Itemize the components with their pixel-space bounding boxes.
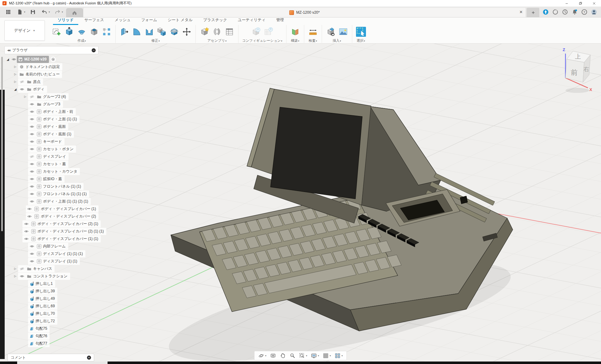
notifications-button[interactable]	[571, 9, 578, 15]
ribbon-tab-フォーム[interactable]: フォーム	[137, 17, 162, 25]
tree-row[interactable]: フロントパネル (1) (1) (1)	[4, 190, 99, 198]
grid-settings-button[interactable]: ▾	[322, 352, 332, 359]
viewport-3d[interactable]: ◀◀ ブラウザ − ◢MZ-1200 v20▷ドキュメントの設定▷名前の付いたビ…	[0, 44, 601, 364]
eye-icon[interactable]	[29, 169, 35, 174]
tree-row[interactable]: 押し出し69	[4, 302, 99, 310]
tree-row[interactable]: フロントパネル (1) (1)	[4, 183, 99, 190]
eye-icon[interactable]	[29, 192, 35, 196]
eye-icon[interactable]	[23, 222, 29, 226]
group-dropdown-コンフィギュレーション[interactable]: コンフィギュレーション▾	[242, 38, 282, 43]
add-comment-icon[interactable]: +	[87, 356, 91, 360]
eye-icon[interactable]	[19, 274, 25, 279]
tree-row[interactable]: ◢ボディ	[4, 85, 99, 93]
expand-arrow-icon[interactable]: ▷	[12, 73, 18, 76]
ribbon-tab-ユーティリティ[interactable]: ユーティリティ	[233, 17, 270, 25]
save-button[interactable]	[28, 8, 38, 16]
collapse-arrow-icon[interactable]: ◢	[12, 88, 18, 91]
eye-icon[interactable]	[29, 139, 35, 144]
group-dropdown-検査[interactable]: 検査▾	[309, 38, 317, 43]
tree-row[interactable]: ▷キャンバス	[4, 265, 99, 272]
tree-row[interactable]: ボディ・底面 (1)	[4, 130, 99, 138]
tree-row[interactable]: ボディ・底面	[4, 123, 99, 130]
browser-scrollbar[interactable]	[1, 57, 3, 231]
tree-row[interactable]: ▷原点	[4, 78, 99, 85]
configuration-button[interactable]	[251, 27, 261, 37]
tree-row[interactable]: ボディ・上面・前	[4, 108, 99, 115]
viewports-button[interactable]: ▾	[334, 352, 344, 359]
viewcube-right-label[interactable]: 右	[584, 66, 589, 72]
eye-icon[interactable]	[23, 229, 29, 234]
viewcube-top-label[interactable]: 上	[575, 53, 581, 60]
ribbon-tab-ソリッド[interactable]: ソリッド	[53, 17, 78, 25]
revolve-button[interactable]	[77, 27, 87, 37]
tree-row[interactable]: キーボード	[4, 138, 99, 145]
new-component-button[interactable]	[200, 27, 209, 37]
activate-component-radio[interactable]	[50, 57, 56, 62]
comment-bar[interactable]: コメント +	[7, 354, 94, 362]
zoom-button[interactable]: ±	[288, 352, 296, 359]
eye-icon[interactable]	[29, 132, 35, 136]
pan-button[interactable]	[278, 352, 287, 359]
hole-button[interactable]	[89, 27, 99, 37]
tree-row[interactable]: ▷コンストラクション	[4, 272, 99, 280]
workspace-selector[interactable]: デザイン ▼	[4, 20, 45, 41]
move-copy-button[interactable]	[182, 27, 192, 37]
eye-icon[interactable]	[26, 207, 33, 211]
expand-arrow-icon[interactable]: ▷	[12, 80, 18, 83]
combine-button[interactable]	[157, 27, 167, 37]
redo-button[interactable]: ▾	[52, 8, 64, 16]
expand-arrow-icon[interactable]: ▷	[12, 267, 18, 270]
eye-icon[interactable]	[26, 214, 33, 219]
eye-icon[interactable]	[29, 162, 35, 166]
measure-button[interactable]	[308, 27, 318, 37]
panel-collapse-icon[interactable]: ◀◀	[7, 49, 10, 52]
ribbon-tab-プラスチック[interactable]: プラスチック	[199, 17, 232, 25]
tree-row[interactable]: ボディ・上面 (1) (1) (2) (1)	[4, 198, 99, 205]
eye-icon[interactable]	[23, 237, 29, 241]
joint-button[interactable]	[212, 27, 222, 37]
document-tab[interactable]: MZ-1200 v20* ✕	[83, 8, 526, 17]
tree-row[interactable]: ▷グループ2 (4)	[4, 93, 99, 100]
eye-off-icon[interactable]	[29, 154, 35, 159]
group-dropdown-作成[interactable]: 作成▾	[77, 38, 86, 43]
ribbon-tab-サーフェス[interactable]: サーフェス	[79, 17, 109, 25]
history-button[interactable]	[562, 9, 568, 15]
eye-icon[interactable]	[29, 184, 35, 189]
tree-row[interactable]: ▷名前の付いたビュー	[4, 70, 99, 78]
expand-arrow-icon[interactable]: ▷	[12, 275, 18, 278]
tree-row[interactable]: ボディ・上面 (1) (1)	[4, 115, 99, 123]
split-body-button[interactable]	[169, 27, 179, 37]
eye-off-icon[interactable]	[29, 94, 35, 99]
configuration-table-button[interactable]	[263, 27, 273, 37]
tree-row[interactable]: 押し出し49	[4, 295, 99, 302]
tree-row[interactable]: ◢MZ-1200 v20	[4, 55, 99, 63]
construction-plane-button[interactable]	[290, 27, 300, 37]
extensions-button[interactable]	[542, 9, 549, 15]
tree-row[interactable]: 押し出し70	[4, 310, 99, 317]
tree-row[interactable]: ボディ・ディスプレイカバー (1)	[4, 205, 99, 213]
new-document-tab-button[interactable]	[527, 8, 539, 17]
create-sketch-button[interactable]	[52, 27, 62, 37]
tree-row[interactable]: ボディ・ディスプレイカバー (1) (1)	[4, 235, 99, 242]
group-dropdown-挿入[interactable]: 挿入▾	[333, 38, 341, 43]
tree-row[interactable]: 内部フレーム	[4, 242, 99, 250]
tree-row[interactable]: 押し出し39	[4, 287, 99, 295]
app-grid-button[interactable]	[3, 8, 13, 16]
eye-icon[interactable]	[29, 124, 35, 129]
tree-row[interactable]: グループ3	[4, 100, 99, 108]
tab-close-icon[interactable]: ✕	[519, 10, 523, 14]
file-menu-button[interactable]: ▾	[15, 8, 26, 16]
fillet-button[interactable]	[132, 27, 142, 37]
eye-icon[interactable]	[29, 102, 35, 107]
ribbon-tab-メッシュ[interactable]: メッシュ	[110, 17, 135, 25]
job-status-button[interactable]	[552, 9, 559, 15]
eye-off-icon[interactable]	[19, 79, 25, 84]
viewcube-front-label[interactable]: 前	[571, 69, 578, 76]
eye-icon[interactable]	[19, 87, 25, 92]
panel-remove-icon[interactable]: −	[92, 48, 96, 52]
rectangular-pattern-button[interactable]	[102, 27, 112, 37]
tree-row[interactable]: カセット・ボタン	[4, 145, 99, 153]
profile-avatar[interactable]	[591, 9, 597, 15]
eye-icon[interactable]	[29, 177, 35, 181]
tree-row[interactable]: ボディ・ディスプレイカバー (2) (1)	[4, 220, 99, 228]
